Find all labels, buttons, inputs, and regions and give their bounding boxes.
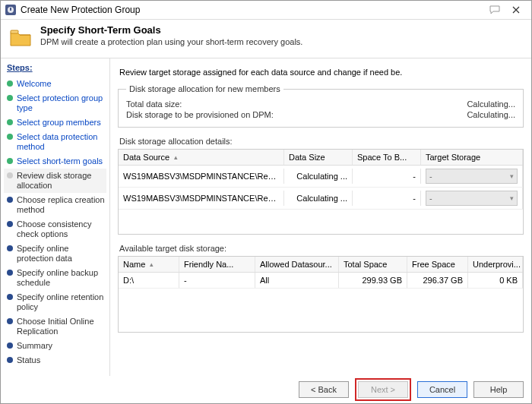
table-row[interactable]: D:\-All299.93 GB296.37 GB0 KB xyxy=(119,273,523,289)
details-grid: Data Source▴ Data Size Space To B... Tar… xyxy=(118,149,524,235)
col-space-to-be[interactable]: Space To B... xyxy=(353,150,421,165)
col-underprovisioned[interactable]: Underprovi... xyxy=(468,257,523,272)
details-label: Disk storage allocation details: xyxy=(119,137,522,146)
step-bullet-icon xyxy=(7,294,13,300)
step-0[interactable]: Welcome xyxy=(4,77,106,91)
sort-asc-icon: ▴ xyxy=(174,153,178,161)
allocation-groupbox: Disk storage allocation for new members … xyxy=(118,84,524,128)
details-header-row: Data Source▴ Data Size Space To B... Tar… xyxy=(119,150,523,166)
step-11[interactable]: Choose Initial Online Replication xyxy=(4,314,106,339)
cell-data-size: Calculating ... xyxy=(284,191,353,206)
col-friendly-name[interactable]: Friendly Na... xyxy=(179,257,255,272)
close-icon[interactable] xyxy=(505,2,527,17)
step-bullet-icon xyxy=(7,357,13,363)
steps-heading: Steps: xyxy=(7,63,106,72)
alloc-key: Disk storage to be provisioned on DPM: xyxy=(126,110,274,119)
step-bullet-icon xyxy=(7,245,13,251)
step-13[interactable]: Status xyxy=(4,353,106,368)
cell-allowed: All xyxy=(255,273,339,288)
step-label: Choose Initial Online Replication xyxy=(17,317,105,336)
step-5: Review disk storage allocation xyxy=(4,169,106,193)
feedback-icon[interactable] xyxy=(484,2,505,17)
step-label: Select protection group type xyxy=(17,93,105,113)
main-panel: Review target storage assigned for each … xyxy=(110,58,531,376)
step-bullet-icon xyxy=(7,95,13,101)
wizard-footer: < Back Next > Cancel Help xyxy=(1,376,531,403)
col-allowed-datasources[interactable]: Allowed Datasour... xyxy=(255,257,339,272)
col-data-size[interactable]: Data Size xyxy=(284,150,353,165)
col-free-space[interactable]: Free Space xyxy=(407,257,468,272)
step-10[interactable]: Specify online retention policy xyxy=(4,290,106,314)
step-9[interactable]: Specify online backup schedule xyxy=(4,266,106,290)
step-bullet-icon xyxy=(7,80,13,87)
cell-free: 296.37 GB xyxy=(407,273,468,288)
wizard-window: Create New Protection Group Specify Shor… xyxy=(0,0,532,404)
step-label: Choose consistency check options xyxy=(17,219,105,239)
step-label: Specify online retention policy xyxy=(17,292,105,312)
step-label: Specify online backup schedule xyxy=(17,268,105,288)
step-bullet-icon xyxy=(7,221,13,227)
step-bullet-icon xyxy=(7,119,13,125)
page-subtitle: DPM will create a protection plan using … xyxy=(40,37,302,46)
instruction-text: Review target storage assigned for each … xyxy=(119,68,522,77)
step-bullet-icon xyxy=(7,197,13,203)
next-button[interactable]: Next > xyxy=(358,381,408,398)
svg-rect-2 xyxy=(11,30,18,33)
dropdown-value: - xyxy=(429,172,432,181)
table-row[interactable]: WS19MABSV3\MSDPMINSTANCE\ReportServe...C… xyxy=(119,166,523,188)
step-8[interactable]: Specify online protection data xyxy=(4,241,106,266)
cell-space: - xyxy=(353,169,421,184)
alloc-row: Total data size:Calculating... xyxy=(126,99,515,109)
target-storage-dropdown[interactable]: -▾ xyxy=(426,169,518,184)
step-label: Choose replica creation method xyxy=(17,195,105,215)
cancel-button[interactable]: Cancel xyxy=(417,381,467,398)
step-4[interactable]: Select short-term goals xyxy=(4,154,106,169)
step-label: Welcome xyxy=(17,79,105,89)
step-label: Specify online protection data xyxy=(17,244,105,264)
window-title: Create New Protection Group xyxy=(21,5,484,15)
cell-target: -▾ xyxy=(421,166,523,187)
table-row[interactable]: WS19MABSV3\MSDPMINSTANCE\ReportServe...C… xyxy=(119,188,523,210)
cell-total: 299.93 GB xyxy=(339,273,407,288)
chevron-down-icon: ▾ xyxy=(510,172,514,180)
titlebar: Create New Protection Group xyxy=(1,1,531,20)
chevron-down-icon: ▾ xyxy=(510,194,514,202)
col-total-space[interactable]: Total Space xyxy=(339,257,407,272)
cell-data-size: Calculating ... xyxy=(284,169,353,184)
app-icon xyxy=(5,5,16,15)
step-7[interactable]: Choose consistency check options xyxy=(4,217,106,241)
step-bullet-icon xyxy=(7,270,13,276)
folder-icon xyxy=(8,26,33,50)
col-name[interactable]: Name▴ xyxy=(119,257,179,272)
step-label: Review disk storage allocation xyxy=(17,171,105,191)
step-bullet-icon xyxy=(7,158,13,164)
step-6[interactable]: Choose replica creation method xyxy=(4,193,106,217)
col-data-source[interactable]: Data Source▴ xyxy=(119,150,284,165)
wizard-header: Specify Short-Term Goals DPM will create… xyxy=(1,20,531,58)
cell-data-source: WS19MABSV3\MSDPMINSTANCE\ReportServe... xyxy=(119,169,284,184)
step-bullet-icon xyxy=(7,342,13,349)
cell-friendly: - xyxy=(179,273,255,288)
step-1[interactable]: Select protection group type xyxy=(4,91,106,115)
step-bullet-icon xyxy=(7,318,13,324)
cell-data-source: WS19MABSV3\MSDPMINSTANCE\ReportServe... xyxy=(119,191,284,206)
avail-grid: Name▴ Friendly Na... Allowed Datasour...… xyxy=(118,256,524,333)
dropdown-value: - xyxy=(429,194,432,203)
step-bullet-icon xyxy=(7,134,13,140)
target-storage-dropdown[interactable]: -▾ xyxy=(426,191,518,206)
col-target-storage[interactable]: Target Storage xyxy=(421,150,523,165)
step-12[interactable]: Summary xyxy=(4,339,106,353)
cell-under: 0 KB xyxy=(468,273,523,288)
allocation-legend: Disk storage allocation for new members xyxy=(126,84,283,93)
cell-space: - xyxy=(353,191,421,206)
back-button[interactable]: < Back xyxy=(299,381,349,398)
step-2[interactable]: Select group members xyxy=(4,115,106,130)
step-3[interactable]: Select data protection method xyxy=(4,130,106,154)
step-label: Select data protection method xyxy=(17,132,105,152)
help-button[interactable]: Help xyxy=(473,381,524,398)
alloc-value: Calculating... xyxy=(467,110,515,119)
step-label: Select short-term goals xyxy=(17,156,105,166)
avail-label: Available target disk storage: xyxy=(119,244,522,253)
svg-rect-1 xyxy=(10,8,11,11)
step-label: Summary xyxy=(17,341,105,351)
